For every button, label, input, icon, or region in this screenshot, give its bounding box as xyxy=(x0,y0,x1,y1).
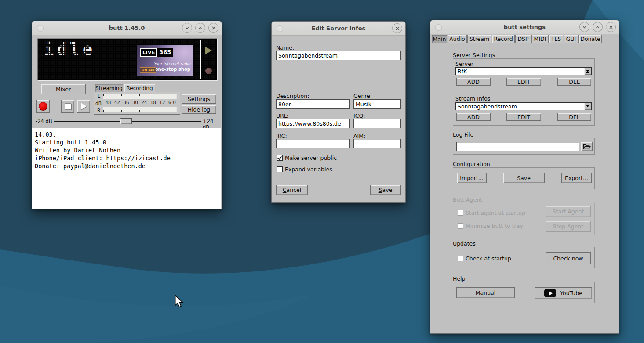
tab-record[interactable]: Record xyxy=(492,35,515,43)
level-meter: L dB R -48-42-36-30-24-18-12-60 xyxy=(94,92,180,115)
dialog-titlebar[interactable]: Edit Server Infos xyxy=(272,22,405,36)
chevron-up-icon xyxy=(198,25,203,30)
lcd-separator xyxy=(200,40,201,79)
mixer-button[interactable]: Mixer xyxy=(41,84,86,94)
stream-infos-dropdown[interactable]: Sonntagabendstream xyxy=(455,102,592,110)
server-del-button[interactable]: DEL xyxy=(557,78,591,86)
stream-del-button[interactable]: DEL xyxy=(557,113,591,121)
minimize-button[interactable] xyxy=(579,22,589,32)
server-dropdown[interactable]: RfK xyxy=(455,67,592,75)
tab-main[interactable]: Main xyxy=(432,35,447,43)
close-button[interactable] xyxy=(392,23,402,33)
settings-titlebar[interactable]: butt settings xyxy=(430,20,619,34)
meter-db-label: dB xyxy=(95,101,102,106)
genre-field[interactable] xyxy=(353,99,401,109)
expand-variables-checkbox[interactable]: Expand variables xyxy=(277,166,332,173)
server-add-button[interactable]: ADD xyxy=(456,78,491,86)
export-button[interactable]: Export... xyxy=(561,173,592,183)
checkbox-box-icon xyxy=(458,256,463,261)
stream-infos-label: Stream Infos xyxy=(455,95,490,102)
live365-ad-banner[interactable]: LIVE365 Your internet radio one-stop sho… xyxy=(137,45,193,76)
lcd-display: idle LIVE365 Your internet radio one-sto… xyxy=(37,39,217,80)
import-button[interactable]: Import... xyxy=(457,173,487,183)
minimize-butt-to-tray-checkbox: Minimize butt to tray xyxy=(458,223,523,229)
slider-min-label: -24 dB xyxy=(36,118,52,124)
log-line: 14:03: xyxy=(35,130,221,138)
log-line: Donate: paypal@danielnoethen.de xyxy=(35,162,221,170)
manual-button[interactable]: Manual xyxy=(456,287,515,298)
log-line: Starting butt 1.45.0 xyxy=(35,138,221,146)
stream-edit-button[interactable]: EDIT xyxy=(506,113,541,121)
checkbox-box-icon xyxy=(458,210,463,216)
server-edit-button[interactable]: EDIT xyxy=(506,78,541,86)
tab-audio[interactable]: Audio xyxy=(448,35,467,43)
description-field[interactable] xyxy=(276,99,350,109)
meter-scale: -48-42-36-30-24-18-12-60 xyxy=(104,100,176,105)
stream-add-button[interactable]: ADD xyxy=(456,113,491,121)
tab-stream[interactable]: Stream xyxy=(467,35,491,43)
minimize-button[interactable] xyxy=(182,23,192,33)
start-agent-at-startup-checkbox: Start agent at startup xyxy=(458,209,525,216)
dropdown-arrow-icon xyxy=(584,103,591,110)
volume-slider-handle[interactable] xyxy=(120,118,132,124)
youtube-button[interactable]: YouTube xyxy=(535,287,592,299)
youtube-play-icon xyxy=(544,289,556,297)
connection-led-icon xyxy=(205,68,212,74)
stop-button[interactable] xyxy=(61,100,74,113)
genre-label: Genre: xyxy=(353,93,372,99)
make-server-public-checkbox[interactable]: Make server public xyxy=(277,155,337,161)
meter-right-label: R xyxy=(97,108,100,113)
url-field[interactable] xyxy=(276,119,350,128)
banner-tagline-1: Your internet radio xyxy=(154,61,190,66)
irc-field[interactable] xyxy=(276,139,350,148)
close-button[interactable] xyxy=(208,23,218,33)
log-line: Written by Daniel Nöthen xyxy=(35,146,221,154)
irc-label: IRC: xyxy=(276,133,287,139)
tab-streaming[interactable]: Streaming xyxy=(95,84,123,92)
start-agent-button: Start Agent xyxy=(546,206,591,217)
close-icon xyxy=(609,25,613,29)
config-save-button[interactable]: Save xyxy=(503,173,545,183)
log-file-browse-button[interactable] xyxy=(581,142,593,151)
stream-play-indicator-icon xyxy=(205,47,212,54)
tab-tls[interactable]: TLS xyxy=(549,35,563,43)
check-at-startup-checkbox[interactable]: Check at startup xyxy=(458,255,511,262)
dropdown-arrow-icon xyxy=(584,68,591,75)
chevron-up-icon xyxy=(595,25,600,29)
aim-field[interactable] xyxy=(353,139,401,148)
play-button[interactable] xyxy=(77,100,90,113)
record-button[interactable] xyxy=(36,100,50,113)
tab-dsp[interactable]: DSP xyxy=(515,35,531,43)
cancel-button[interactable]: Cancel xyxy=(276,185,308,195)
aim-label: AIM: xyxy=(353,133,365,139)
icq-field[interactable] xyxy=(353,119,401,128)
maximize-button[interactable] xyxy=(195,23,205,33)
name-label: Name: xyxy=(276,44,294,51)
server-label: Server xyxy=(455,61,473,67)
settings-window: butt settings Main Audio Stream Record D… xyxy=(430,20,619,334)
meter-strip-left xyxy=(103,94,177,99)
tab-gui[interactable]: GUI xyxy=(564,35,579,43)
settings-button[interactable]: Settings xyxy=(182,94,216,104)
close-button[interactable] xyxy=(606,22,616,32)
check-now-button[interactable]: Check now xyxy=(546,252,591,264)
banner-tagline-2: one-stop shop xyxy=(155,67,190,72)
stop-icon xyxy=(65,103,71,110)
tab-recording[interactable]: Recording xyxy=(124,84,155,92)
log-line: iPhone/iPad client: https://izicast.de xyxy=(35,154,221,162)
tab-midi[interactable]: MIDI xyxy=(531,35,549,43)
save-button[interactable]: Save xyxy=(370,185,401,195)
main-titlebar[interactable]: butt 1.45.0 xyxy=(32,21,222,35)
hide-log-button[interactable]: Hide log xyxy=(182,105,216,114)
updates-group-label: Updates xyxy=(453,240,476,247)
log-file-field[interactable] xyxy=(456,142,579,151)
tab-donate[interactable]: Donate xyxy=(579,35,602,43)
tab-divider xyxy=(430,43,619,43)
meter-strip-right xyxy=(103,107,177,112)
maximize-button[interactable] xyxy=(593,22,603,32)
live365-logo: LIVE365 xyxy=(140,48,173,57)
url-label: URL: xyxy=(276,112,289,119)
edit-server-infos-dialog: Edit Server Infos Name: Description: Gen… xyxy=(271,21,406,203)
log-output[interactable]: 14:03:Starting butt 1.45.0Written by Dan… xyxy=(32,128,221,209)
name-field[interactable] xyxy=(276,51,401,60)
